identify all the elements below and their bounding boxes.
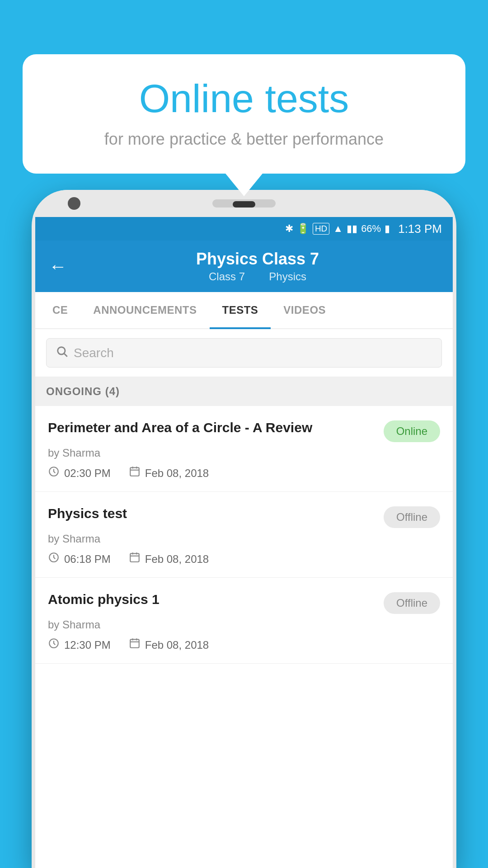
search-icon xyxy=(56,345,68,361)
date-meta: Feb 08, 2018 xyxy=(129,552,209,566)
status-badge: Offline xyxy=(384,506,440,528)
calendar-icon xyxy=(129,466,141,481)
test-list: Perimeter and Area of a Circle - A Revie… xyxy=(35,406,453,664)
test-title: Atomic physics 1 xyxy=(48,590,375,608)
svg-point-0 xyxy=(58,347,65,354)
battery-icon: ▮ xyxy=(385,223,390,235)
wifi-icon: ▲ xyxy=(333,223,343,235)
test-author: by Sharma xyxy=(48,533,440,545)
test-meta: 12:30 PM Feb 08, 2018 xyxy=(48,637,440,652)
tab-videos[interactable]: VIDEOS xyxy=(271,292,338,328)
calendar-icon xyxy=(129,637,141,652)
search-bar[interactable]: Search xyxy=(46,338,442,368)
test-author: by Sharma xyxy=(48,618,440,631)
time-meta: 12:30 PM xyxy=(48,637,111,652)
phone-home-btn xyxy=(233,201,255,208)
ongoing-section-header: ONGOING (4) xyxy=(35,377,453,406)
app-header: ← Physics Class 7 Class 7 Physics xyxy=(35,241,453,292)
test-item-header: Physics test Offline xyxy=(48,505,440,528)
search-placeholder: Search xyxy=(74,346,114,360)
svg-rect-8 xyxy=(130,553,139,561)
list-item[interactable]: Physics test Offline by Sharma 06:18 PM xyxy=(35,492,453,578)
status-badge: Offline xyxy=(384,592,440,614)
phone-frame: ✱ 🔋 HD ▲ ▮▮ 66% ▮ 1:13 PM ← Physics Clas… xyxy=(32,190,456,868)
breadcrumb-separator xyxy=(252,270,263,283)
test-title: Physics test xyxy=(48,505,375,522)
breadcrumb: Class 7 Physics xyxy=(76,270,439,283)
status-badge: Online xyxy=(384,420,440,442)
clock-icon xyxy=(48,637,60,652)
clock-icon xyxy=(48,466,60,481)
time-meta: 06:18 PM xyxy=(48,552,111,566)
time-meta: 02:30 PM xyxy=(48,466,111,481)
test-title: Perimeter and Area of a Circle - A Revie… xyxy=(48,419,375,436)
vibrate-icon: 🔋 xyxy=(297,223,309,235)
page-title: Physics Class 7 xyxy=(76,250,439,269)
tab-announcements[interactable]: ANNOUNCEMENTS xyxy=(80,292,209,328)
breadcrumb-subject: Physics xyxy=(269,270,306,283)
signal-icon: ▮▮ xyxy=(347,223,357,235)
tabs-bar: CE ANNOUNCEMENTS TESTS VIDEOS xyxy=(35,292,453,329)
svg-line-1 xyxy=(64,354,67,356)
test-meta: 06:18 PM Feb 08, 2018 xyxy=(48,552,440,566)
battery-percent: 66% xyxy=(361,223,381,235)
test-time: 12:30 PM xyxy=(64,639,111,651)
search-container: Search xyxy=(35,329,453,377)
bubble-title: Online tests xyxy=(50,77,438,121)
speech-bubble: Online tests for more practice & better … xyxy=(23,54,465,174)
phone-camera-icon xyxy=(68,197,80,210)
breadcrumb-class: Class 7 xyxy=(209,270,245,283)
status-time: 1:13 PM xyxy=(398,222,442,236)
list-item[interactable]: Atomic physics 1 Offline by Sharma 12:30… xyxy=(35,578,453,664)
test-item-header: Atomic physics 1 Offline xyxy=(48,590,440,614)
test-date: Feb 08, 2018 xyxy=(145,553,209,566)
calendar-icon xyxy=(129,552,141,566)
hd-badge: HD xyxy=(313,223,329,235)
test-author: by Sharma xyxy=(48,447,440,459)
test-time: 06:18 PM xyxy=(64,553,111,566)
date-meta: Feb 08, 2018 xyxy=(129,466,209,481)
svg-rect-3 xyxy=(130,467,139,476)
tab-tests[interactable]: TESTS xyxy=(210,292,271,328)
test-date: Feb 08, 2018 xyxy=(145,639,209,651)
test-item-header: Perimeter and Area of a Circle - A Revie… xyxy=(48,419,440,442)
header-title-block: Physics Class 7 Class 7 Physics xyxy=(76,250,439,283)
back-button[interactable]: ← xyxy=(49,256,67,277)
status-bar: ✱ 🔋 HD ▲ ▮▮ 66% ▮ 1:13 PM xyxy=(35,217,453,241)
clock-icon xyxy=(48,552,60,566)
screen: ✱ 🔋 HD ▲ ▮▮ 66% ▮ 1:13 PM ← Physics Clas… xyxy=(35,217,453,868)
status-icons: ✱ 🔋 HD ▲ ▮▮ 66% ▮ xyxy=(285,223,390,235)
test-date: Feb 08, 2018 xyxy=(145,467,209,480)
date-meta: Feb 08, 2018 xyxy=(129,637,209,652)
svg-rect-13 xyxy=(130,639,139,647)
test-time: 02:30 PM xyxy=(64,467,111,480)
test-meta: 02:30 PM Feb 08, 2018 xyxy=(48,466,440,481)
bubble-subtitle: for more practice & better performance xyxy=(50,130,438,149)
list-item[interactable]: Perimeter and Area of a Circle - A Revie… xyxy=(35,406,453,492)
bluetooth-icon: ✱ xyxy=(285,223,293,235)
tab-ce[interactable]: CE xyxy=(40,292,80,328)
